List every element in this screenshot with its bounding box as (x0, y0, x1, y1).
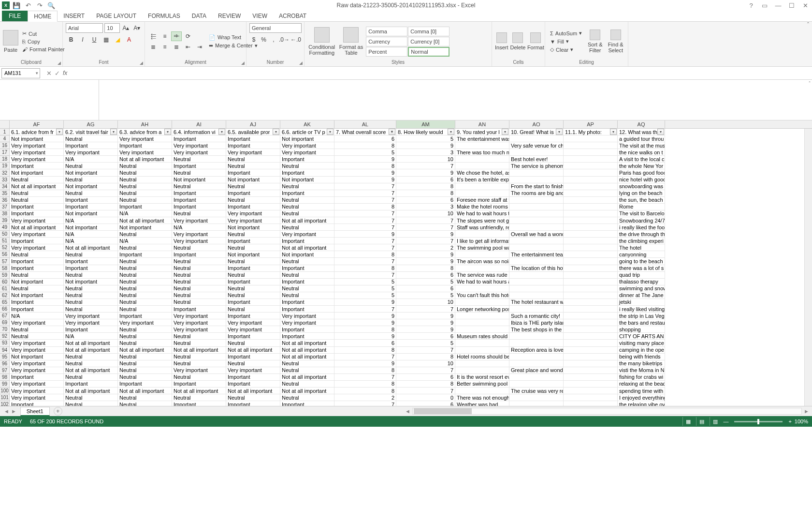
cell[interactable]: The visit at the mus (618, 142, 665, 149)
cell[interactable]: Neutral (118, 197, 172, 204)
cell[interactable]: Important (172, 135, 226, 142)
cell[interactable]: Important (118, 251, 172, 258)
view-page-break-icon[interactable]: ▥ (710, 417, 720, 426)
cell[interactable]: 7 (396, 163, 455, 169)
maximize-icon[interactable]: ☐ (785, 0, 798, 10)
cell[interactable]: Not important (10, 169, 64, 176)
filter-button-icon[interactable]: ▾ (218, 129, 225, 135)
cell[interactable]: Rome (618, 204, 665, 210)
cell[interactable]: Neutral (172, 360, 226, 367)
cell[interactable]: Neutral (226, 258, 280, 265)
cell[interactable]: Important (64, 142, 118, 149)
sheet-nav-prev-icon[interactable]: ◄ (4, 408, 9, 414)
cell[interactable]: Important (280, 279, 334, 285)
row-header[interactable]: 18 (0, 156, 10, 163)
cell[interactable]: N/A (10, 313, 64, 319)
cell[interactable]: Not at all important (172, 388, 226, 394)
align-top-icon[interactable]: ⬱ (148, 31, 159, 41)
cell[interactable]: N/A (172, 224, 226, 231)
cell[interactable]: Neutral (118, 285, 172, 292)
cell[interactable]: Staff was unfriendly, replace them. (455, 224, 509, 231)
cell[interactable]: 5 (396, 279, 455, 285)
cell[interactable]: 7 (334, 272, 396, 279)
cell[interactable]: Not at all important (280, 340, 334, 346)
tab-page-layout[interactable]: PAGE LAYOUT (90, 10, 142, 21)
cell[interactable]: 10 (396, 156, 455, 163)
cell[interactable]: Very important (280, 149, 334, 156)
cell[interactable]: i really liked the foo (618, 224, 665, 231)
cell[interactable]: 10 (396, 360, 455, 367)
cell[interactable] (564, 135, 618, 142)
cell[interactable]: Neutral (280, 210, 334, 217)
number-launcher-icon[interactable]: ◢ (299, 60, 303, 65)
cell[interactable]: Neutral (172, 354, 226, 360)
alignment-launcher-icon[interactable]: ◢ (241, 60, 245, 65)
cell[interactable]: Neutral (280, 360, 334, 367)
cell[interactable] (455, 183, 509, 190)
cell[interactable]: Neutral (280, 204, 334, 210)
cell[interactable]: Neutral (118, 258, 172, 265)
cell[interactable]: Not important (280, 135, 334, 142)
cell[interactable]: Very important (280, 142, 334, 149)
cell[interactable]: Not important (10, 279, 64, 285)
cell[interactable]: Neutral (10, 272, 64, 279)
cell[interactable]: 6 (396, 177, 455, 183)
cell[interactable]: Very important (10, 347, 64, 354)
cell[interactable]: Important (280, 333, 334, 340)
save-icon[interactable]: 💾 (12, 1, 21, 10)
ribbon-display-icon[interactable]: ▭ (758, 0, 771, 10)
minimize-icon[interactable]: — (771, 0, 785, 10)
cell[interactable]: The visit to Barcelo (618, 210, 665, 217)
cell[interactable]: 7 (334, 210, 396, 217)
cell[interactable]: Neutral (280, 381, 334, 388)
filter-button-icon[interactable]: ▾ (610, 129, 617, 135)
cell[interactable] (564, 258, 618, 265)
cell[interactable]: The entertainment team are fantastic (509, 251, 564, 258)
enter-formula-icon[interactable]: ✓ (55, 70, 60, 77)
cell[interactable]: Important (226, 401, 280, 406)
cell[interactable]: Very important (226, 217, 280, 224)
cut-button[interactable]: ✂ Cut (20, 30, 67, 37)
cell[interactable]: Important (226, 279, 280, 285)
cell[interactable]: Not important (226, 177, 280, 183)
cell[interactable]: Very important (118, 135, 172, 142)
row-header[interactable]: 95 (0, 354, 10, 360)
cell[interactable] (455, 163, 509, 169)
cell[interactable]: the whole New Yor (618, 163, 665, 169)
cell[interactable]: 6 (334, 135, 396, 142)
cell[interactable]: Neutral (226, 340, 280, 346)
cell[interactable]: 9 (396, 326, 455, 333)
cell[interactable]: Very important (172, 142, 226, 149)
cell[interactable]: Important (64, 265, 118, 272)
cell[interactable]: Very important (172, 326, 226, 333)
cell[interactable]: 7 (334, 238, 396, 244)
cell[interactable]: Very important (280, 313, 334, 319)
cell[interactable]: 9 (334, 169, 396, 176)
cell[interactable]: 8 (334, 381, 396, 388)
cell[interactable] (564, 299, 618, 306)
cell[interactable]: Very important (280, 319, 334, 326)
close-icon[interactable]: ✕ (798, 0, 812, 10)
shrink-font-icon[interactable]: A▾ (132, 23, 142, 33)
cell[interactable] (455, 388, 509, 394)
row-header[interactable]: 1 (0, 129, 10, 135)
align-bottom-icon[interactable]: ⬲ (171, 31, 182, 41)
cell[interactable]: Very important (172, 238, 226, 244)
cell[interactable]: 9 (334, 231, 396, 238)
cell[interactable]: shopping (618, 326, 665, 333)
cell[interactable] (564, 238, 618, 244)
cell[interactable]: 10 (396, 299, 455, 306)
tab-file[interactable]: FILE (2, 10, 28, 21)
cell[interactable]: 8 (396, 265, 455, 272)
cell[interactable] (455, 190, 509, 197)
cell[interactable]: 7 (334, 183, 396, 190)
cell[interactable]: 5 (396, 292, 455, 299)
cell[interactable]: Neutral (280, 394, 334, 401)
indent-dec-icon[interactable]: ⇤ (183, 42, 193, 52)
cell[interactable]: Important (280, 169, 334, 176)
formula-input[interactable]: ˆ (99, 80, 812, 120)
cell[interactable] (564, 374, 618, 381)
cell[interactable]: Important (64, 258, 118, 265)
cell[interactable] (564, 388, 618, 394)
cell[interactable] (509, 210, 564, 217)
